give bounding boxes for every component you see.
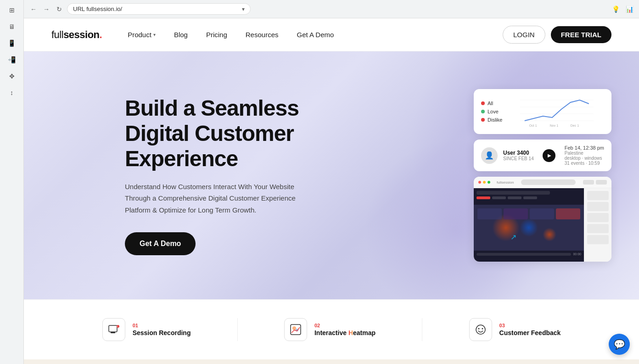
tab-active [476, 196, 490, 199]
left-icon-grid[interactable]: ⊞ [6, 4, 18, 17]
analytics-panel: All Love Dislike [474, 89, 611, 134]
dot-expand [488, 181, 490, 184]
browser-nav-icons: ← → ↻ [29, 5, 63, 13]
progress-bar [476, 253, 571, 256]
nav-resources[interactable]: Resources [238, 27, 286, 42]
hero-title: Build a Seamless Digital Customer Experi… [125, 95, 345, 172]
grid-tiles [474, 205, 584, 223]
legend-dot-love [481, 110, 485, 113]
heatmap-view: ↗ [474, 205, 584, 251]
svg-point-15 [478, 328, 479, 330]
back-icon[interactable]: ← [29, 5, 38, 13]
session-user: User 3400 [503, 150, 537, 156]
svg-text:Dec 1: Dec 1 [571, 124, 579, 127]
lightbulb-icon[interactable]: 💡 [611, 5, 620, 13]
svg-point-12 [292, 326, 296, 330]
screenshot-main: ↗ 00:00 [474, 188, 584, 262]
nav-pricing[interactable]: Pricing [199, 27, 235, 42]
dot-minimize [483, 181, 486, 184]
svg-text:+: + [117, 325, 118, 328]
feature-label-feedback: Customer Feedback [499, 329, 561, 336]
chart-icon[interactable]: 📊 [625, 5, 633, 13]
user-avatar: 👤 [481, 147, 498, 164]
forward-icon[interactable]: → [42, 5, 50, 13]
sidebar-item-4 [587, 224, 609, 233]
toolbar-bar [476, 191, 550, 195]
reload-icon[interactable]: ↻ [55, 5, 63, 13]
window-dots [478, 181, 490, 184]
logo-session: session [63, 29, 99, 40]
legend-dot-all [481, 101, 485, 105]
session-location: Palestine [565, 151, 604, 156]
nav-blog[interactable]: Blog [167, 27, 195, 42]
legend-dot-dislike [481, 118, 485, 122]
legend-item-dislike: Dislike [481, 117, 502, 123]
login-button[interactable]: LOGIN [503, 26, 545, 44]
feature-number-02: 02 [314, 323, 376, 328]
left-icon-cursor[interactable]: ✥ [6, 70, 18, 83]
feature-heatmap-text: 02 Interactive Heatmap [314, 323, 376, 336]
feature-session-recording[interactable]: + 01 Session Recording [102, 318, 191, 341]
heatmap-spot-3 [543, 228, 556, 241]
app-screenshot-panel: fullsession [474, 177, 611, 262]
nav-right: LOGIN FREE TRIAL [503, 26, 611, 44]
feature-number-03: 03 [499, 323, 561, 328]
feature-heatmap[interactable]: 02 Interactive Heatmap [284, 318, 376, 341]
feature-feedback[interactable]: 03 Customer Feedback [469, 318, 561, 341]
address-bar[interactable]: URL fullsession.io/ ▾ [67, 3, 251, 15]
play-button[interactable] [543, 149, 555, 162]
legend: All Love Dislike [481, 101, 502, 123]
svg-rect-11 [291, 325, 301, 335]
nav-links: Product ▾ Blog Pricing Resources Get A D… [120, 27, 503, 42]
nav-get-demo[interactable]: Get A Demo [289, 27, 341, 42]
page-wrapper: ← → ↻ URL fullsession.io/ ▾ 💡 📊 fullsess… [24, 0, 639, 364]
left-icon-resize[interactable]: ↕ [6, 86, 18, 99]
left-icon-mobile[interactable]: 📲 [6, 53, 18, 66]
tile-4 [556, 208, 580, 219]
address-bar-small [521, 179, 576, 185]
session-since: SINCE FEB 14 [503, 156, 537, 161]
app-toolbar [474, 188, 584, 205]
browser-left-bar: ⊞ 🖥 📱 📲 ✥ ↕ [0, 0, 24, 364]
svg-point-16 [482, 328, 483, 330]
divider-2 [422, 318, 422, 341]
time-display: 00:00 [573, 252, 581, 256]
feature-label-heatmap: Interactive Heatmap [314, 329, 376, 336]
logo-dot: . [100, 29, 102, 40]
sidebar-item-2 [587, 202, 609, 211]
address-text: URL fullsession.io/ [73, 6, 122, 12]
screenshot-body: ↗ 00:00 [474, 188, 611, 262]
svg-rect-7 [109, 325, 117, 332]
action-btn-2 [596, 180, 607, 185]
svg-text:Oct 1: Oct 1 [529, 124, 537, 127]
screenshot-sidebar [584, 188, 611, 262]
free-trial-button[interactable]: FREE TRIAL [551, 26, 611, 43]
divider-1 [237, 318, 238, 341]
left-icon-tablet[interactable]: 📱 [6, 37, 18, 50]
analytics-chart: Oct 1 Nov 1 Dec 1 [510, 95, 604, 128]
tab-2 [508, 196, 521, 199]
tab-3 [523, 196, 537, 199]
svg-rect-8 [111, 332, 115, 333]
feature-session-text: 01 Session Recording [133, 323, 191, 336]
tile-3 [530, 208, 554, 219]
chat-bubble-button[interactable]: 💬 [609, 334, 630, 355]
logo[interactable]: fullsession. [51, 29, 102, 41]
dropdown-arrow: ▾ [242, 6, 245, 12]
action-btn-1 [583, 180, 594, 185]
nav-product[interactable]: Product ▾ [120, 27, 163, 42]
feature-number-01: 01 [133, 323, 191, 328]
feature-feedback-text: 03 Customer Feedback [499, 323, 561, 336]
session-device: desktop · windows [565, 156, 604, 161]
toolbar-tabs [476, 196, 581, 199]
heatmap-icon [284, 318, 307, 341]
tile-1 [477, 208, 502, 219]
features-strip: + 01 Session Recording 02 [24, 299, 639, 359]
left-icon-monitor[interactable]: 🖥 [6, 20, 18, 33]
dot-close [478, 181, 481, 184]
session-info: User 3400 SINCE FEB 14 [503, 150, 537, 161]
sidebar-item-3 [587, 213, 609, 222]
chart-area: Oct 1 Nov 1 Dec 1 [510, 95, 604, 128]
svg-text:Nov 1: Nov 1 [550, 124, 558, 127]
hero-cta-button[interactable]: Get A Demo [125, 232, 196, 255]
